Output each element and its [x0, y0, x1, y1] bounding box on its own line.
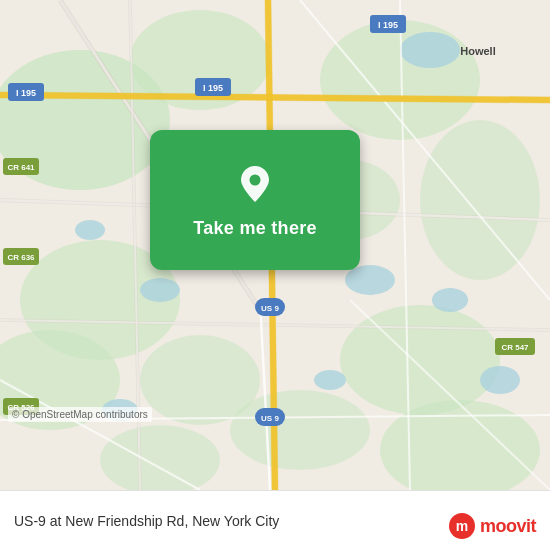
svg-point-17 [432, 288, 468, 312]
location-pin-icon [233, 162, 277, 206]
svg-point-10 [230, 390, 370, 470]
take-me-there-card[interactable]: Take me there [150, 130, 360, 270]
svg-point-4 [420, 120, 540, 280]
svg-text:m: m [456, 518, 468, 534]
take-me-there-label: Take me there [193, 218, 317, 239]
svg-point-16 [345, 265, 395, 295]
osm-credit: © OpenStreetMap contributors [8, 407, 152, 422]
svg-point-19 [314, 370, 346, 390]
svg-text:I 195: I 195 [203, 83, 223, 93]
svg-text:Howell: Howell [460, 45, 495, 57]
svg-point-14 [140, 278, 180, 302]
svg-point-13 [400, 32, 460, 68]
moovit-logo: m moovit [448, 512, 536, 540]
svg-text:CR 547: CR 547 [501, 343, 529, 352]
svg-text:I 195: I 195 [16, 88, 36, 98]
svg-point-58 [250, 174, 261, 185]
moovit-brand-text: moovit [480, 516, 536, 537]
svg-point-9 [340, 305, 500, 415]
svg-text:I 195: I 195 [378, 20, 398, 30]
svg-text:US 9: US 9 [261, 414, 279, 423]
svg-line-38 [0, 95, 550, 100]
map-container: I 195 I 195 I 195 US 9 US 9 CR 641 CR 63… [0, 0, 550, 490]
moovit-icon: m [448, 512, 476, 540]
svg-point-15 [75, 220, 105, 240]
svg-text:US 9: US 9 [261, 304, 279, 313]
svg-text:CR 636: CR 636 [7, 253, 35, 262]
svg-point-18 [480, 366, 520, 394]
svg-text:CR 641: CR 641 [7, 163, 35, 172]
bottom-bar: US-9 at New Friendship Rd, New York City… [0, 490, 550, 550]
